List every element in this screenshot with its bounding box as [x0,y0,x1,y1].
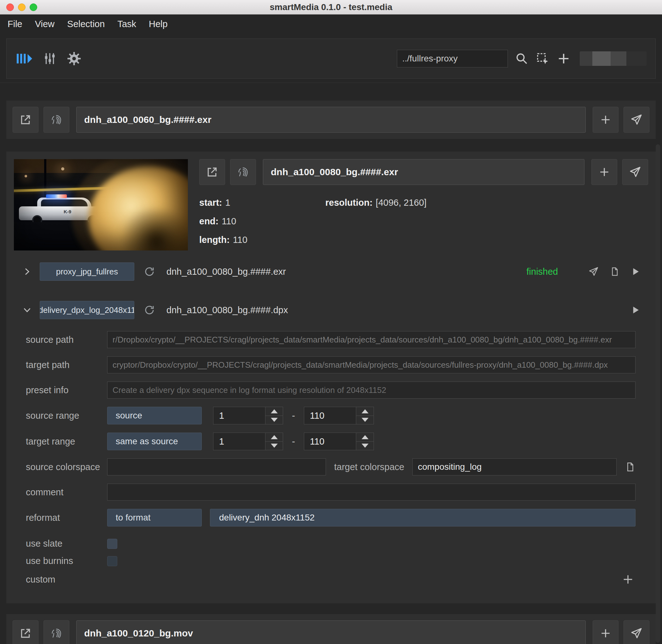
reformat-mode-dropdown[interactable]: to format [107,509,202,527]
minimize-window-button[interactable] [18,3,25,11]
search-icon[interactable] [515,52,529,66]
select-region-icon[interactable] [535,52,549,66]
menu-view[interactable]: View [35,19,54,29]
traffic-lights [6,0,37,14]
progress-segment [626,51,646,66]
add-custom-button[interactable] [622,573,634,586]
source-colorspace-input[interactable] [107,458,326,476]
open-media-button[interactable] [199,159,225,185]
log-file-icon[interactable] [610,267,620,277]
sliders-icon[interactable] [43,51,57,66]
add-task-button[interactable] [593,620,618,644]
reformat-format-dropdown[interactable]: delivery_dnh 2048x1152 [210,509,636,527]
spin-down-button[interactable] [356,416,374,424]
meta-length: length:110 [199,235,325,245]
progress-segment [611,51,626,66]
open-media-button[interactable] [13,107,39,133]
spin-down-button[interactable] [356,441,374,450]
task-output-filename: dnh_a100_0080_bg.####.dpx [167,305,288,315]
clip-metadata: start:1 resolution:[4096, 2160] end:110 … [199,198,648,245]
task-status-badge: finished [526,267,558,277]
spin-up-button[interactable] [356,407,374,416]
target-range-start-spinbox[interactable]: 1 [213,433,283,450]
arrow-up-icon [271,435,278,439]
gear-icon[interactable] [67,51,82,66]
menu-task[interactable]: Task [117,19,136,29]
play-task-icon[interactable] [631,267,641,277]
task-preset-button[interactable]: delivery_dpx_log_2048x11 [40,301,134,319]
refresh-icon[interactable] [144,304,155,316]
spin-up-button[interactable] [356,433,374,441]
submit-media-button[interactable] [622,159,648,185]
comment-input[interactable] [107,484,636,501]
preset-info-field: Create a delivery dpx sequence in log fo… [107,382,636,398]
refresh-icon[interactable] [144,266,155,277]
use-slate-checkbox[interactable] [107,539,117,549]
arrow-up-icon [271,409,278,413]
target-colorspace-input[interactable]: compositing_log [412,458,617,476]
spin-value[interactable]: 110 [304,433,356,450]
source-path-label: source path [26,335,107,345]
add-task-button[interactable] [593,107,618,133]
target-colorspace-label: target colorspace [334,462,404,472]
menu-selection[interactable]: Selection [67,19,105,29]
toolbar [6,39,656,79]
window-title: smartMedia 0.1.0 - test.media [269,2,392,12]
source-path-input[interactable]: r/Dropbox/crypto/__PROJECTS/cragl/projec… [107,331,636,348]
custom-label: custom [26,574,107,585]
source-range-end-spinbox[interactable]: 110 [304,407,374,424]
target-range-end-spinbox[interactable]: 110 [304,433,374,450]
fingerprint-button[interactable] [44,620,69,644]
media-filename-field[interactable]: dnh_a100_0080_bg.####.exr [263,159,584,185]
play-task-icon[interactable] [631,305,641,315]
form-row-preset-info: preset info Create a delivery dpx sequen… [26,382,636,398]
meta-resolution: resolution:[4096, 2160] [325,198,648,208]
arrow-up-icon [361,409,369,413]
menu-file[interactable]: File [7,19,22,29]
spin-up-button[interactable] [265,407,283,416]
fingerprint-button[interactable] [230,159,256,185]
colorspace-file-icon[interactable] [625,462,636,472]
menu-help[interactable]: Help [149,19,168,29]
run-queue-icon[interactable] [16,51,33,66]
spin-down-button[interactable] [265,441,283,450]
progress-segment [580,51,592,66]
task-preset-button[interactable]: proxy_jpg_fullres [40,262,134,281]
spin-value[interactable]: 110 [304,407,356,424]
close-window-button[interactable] [6,3,14,11]
use-burnins-checkbox[interactable] [107,556,117,566]
progress-bar [580,51,646,66]
spin-up-button[interactable] [265,433,283,441]
submit-media-button[interactable] [623,107,649,133]
spin-value[interactable]: 1 [214,407,265,424]
target-range-mode-dropdown[interactable]: same as source [107,433,202,450]
source-range-mode-dropdown[interactable]: source [107,407,202,424]
progress-segment [592,51,611,66]
media-filename-field[interactable]: dnh_a100_0060_bg.####.exr [76,107,586,133]
chevron-down-icon[interactable] [21,305,33,315]
target-path-input[interactable]: cryptor/Dropbox/crypto/__PROJECTS/cragl/… [107,356,636,373]
maximize-window-button[interactable] [30,3,37,11]
submit-media-button[interactable] [623,620,649,644]
add-icon[interactable] [556,51,571,66]
source-range-start-spinbox[interactable]: 1 [213,407,283,424]
target-folder-input[interactable] [397,50,508,67]
chevron-right-icon[interactable] [21,267,33,276]
clip-thumbnail[interactable]: K-9 [14,159,188,251]
comment-label: comment [26,487,107,498]
spin-down-button[interactable] [265,416,283,424]
vertical-scrollbar[interactable] [656,144,660,643]
form-row-target-path: target path cryptor/Dropbox/crypto/__PRO… [26,356,636,373]
target-path-label: target path [26,360,107,370]
form-row-use-slate: use slate [26,538,636,549]
fingerprint-button[interactable] [44,107,69,133]
spin-value[interactable]: 1 [214,433,265,450]
form-row-colorspace: source colorspace target colorspace comp… [26,458,636,476]
send-task-icon[interactable] [588,266,599,277]
add-task-button[interactable] [591,159,617,185]
open-media-button[interactable] [13,620,39,644]
arrow-down-icon [271,418,278,422]
thumb-art-vignette [14,159,188,251]
media-filename-field[interactable]: dnh_a100_0120_bg.mov [76,620,586,644]
range-dash: - [292,436,295,447]
